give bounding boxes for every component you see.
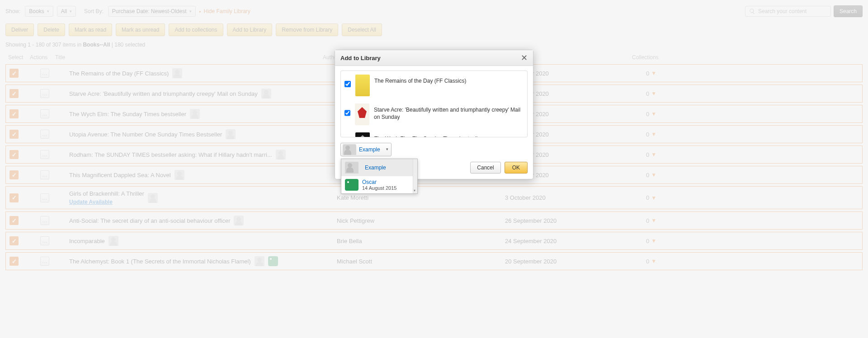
- user-option-name: Oscar: [362, 179, 396, 185]
- book-cover-thumb: [355, 132, 370, 137]
- cancel-button[interactable]: Cancel: [470, 162, 500, 174]
- user-option[interactable]: Example: [341, 159, 417, 176]
- user-option-name: Example: [365, 164, 386, 171]
- modal-item-title: The Remains of the Day (FF Classics): [374, 75, 466, 84]
- book-cover-thumb: [355, 103, 369, 125]
- add-to-library-modal: Add to Library ✕ The Remains of the Day …: [335, 50, 533, 179]
- dino-avatar-icon: [345, 179, 359, 191]
- user-select-dropdown[interactable]: Example ▾ Example Oscar 14 August 2015: [340, 143, 392, 156]
- modal-title: Add to Library: [340, 55, 381, 61]
- close-icon[interactable]: ✕: [521, 54, 528, 62]
- modal-list-item: The Remains of the Day (FF Classics): [341, 71, 527, 100]
- ok-button[interactable]: OK: [505, 162, 528, 174]
- modal-book-list[interactable]: The Remains of the Day (FF Classics) Sta…: [340, 70, 528, 137]
- modal-item-title: Starve Acre: 'Beautifully written and tr…: [374, 103, 524, 121]
- avatar-icon: [345, 162, 359, 174]
- modal-item-title: The Wych Elm: The Sunday Times bestselle…: [374, 132, 482, 137]
- chevron-icon: ▾: [386, 147, 388, 151]
- user-option[interactable]: Oscar 14 August 2015: [341, 176, 417, 193]
- dropdown-scrollbar[interactable]: [413, 159, 417, 193]
- modal-item-checkbox[interactable]: [344, 110, 350, 116]
- modal-overlay: Add to Library ✕ The Remains of the Day …: [0, 0, 868, 338]
- user-dropdown-menu: Example Oscar 14 August 2015: [341, 159, 418, 194]
- modal-list-item: The Wych Elm: The Sunday Times bestselle…: [341, 129, 527, 137]
- modal-item-checkbox[interactable]: [344, 81, 351, 87]
- modal-list-item: Starve Acre: 'Beautifully written and tr…: [341, 100, 527, 129]
- user-option-date: 14 August 2015: [362, 185, 396, 191]
- selected-user-name: Example: [359, 146, 389, 153]
- book-cover-thumb: [355, 75, 370, 96]
- avatar-icon: [343, 144, 356, 155]
